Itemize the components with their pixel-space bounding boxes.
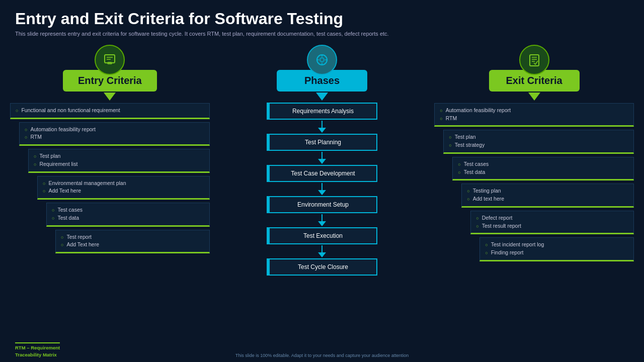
phase-arrow-1 xyxy=(318,159,326,164)
exit-item-3-bullet-0: Testing plan xyxy=(467,187,628,195)
phases-icon-circle xyxy=(307,45,337,75)
phase-arrow-2 xyxy=(318,190,326,195)
exit-item-0-bullet-0: Automation feasibility report xyxy=(440,107,628,115)
exit-arrow xyxy=(528,93,540,101)
entry-item-2-bullet-1: Requirement list xyxy=(34,160,204,168)
exit-icon-circle xyxy=(519,45,549,75)
entry-item-5-bullet-1: Add Text here xyxy=(61,241,204,249)
exit-item-3: Testing plan Add text here xyxy=(461,184,634,208)
phase-arrow-3 xyxy=(318,221,326,226)
exit-item-3-bullet-1: Add text here xyxy=(467,195,628,203)
exit-item-2: Test cases Test data xyxy=(452,157,634,181)
exit-criteria-column: Exit Criteria Automation feasibility rep… xyxy=(434,45,634,277)
page-title: Entry and Exit Criteria for Software Tes… xyxy=(15,9,629,28)
phase-3: Environment Setup xyxy=(267,196,377,213)
exit-item-5-bullet-0: Test incident report log xyxy=(485,241,628,249)
svg-rect-10 xyxy=(530,55,539,66)
entry-item-4-bullet-0: Test cases xyxy=(52,206,204,214)
connector-3 xyxy=(321,214,323,221)
entry-item-1: Automation feasibility report RTM xyxy=(19,122,210,146)
phase-4: Test Execution xyxy=(267,227,377,244)
connector-0 xyxy=(321,121,323,128)
phase-1: Test Planning xyxy=(267,134,377,151)
entry-item-3: Environmental management plan Add Text h… xyxy=(37,176,210,200)
entry-item-3-bullet-0: Environmental management plan xyxy=(43,179,204,188)
exit-item-2-bullet-0: Test cases xyxy=(458,160,628,168)
connector-1 xyxy=(321,152,323,159)
phases-arrow xyxy=(316,93,328,101)
page-subtitle: This slide represents entry and exit cri… xyxy=(15,30,629,38)
svg-rect-0 xyxy=(105,55,115,63)
entry-items-list: Functional and non functional requiremen… xyxy=(10,102,210,255)
exit-item-5: Test incident report log Finding report xyxy=(479,237,634,261)
entry-arrow xyxy=(104,93,116,101)
entry-criteria-column: Entry Criteria Functional and non functi… xyxy=(10,45,210,277)
entry-item-4: Test cases Test data xyxy=(46,203,210,227)
footer-note: RTM – Requirement Traceability Matrix xyxy=(15,342,60,358)
svg-point-5 xyxy=(320,58,324,62)
exit-item-4: Defect report Test result report xyxy=(470,211,634,235)
footer-center: This slide is 100% editable. Adapt it to… xyxy=(235,353,409,358)
entry-item-3-bullet-1: Add Text here xyxy=(43,187,204,195)
exit-item-0: Automation feasibility report RTM xyxy=(434,103,634,127)
exit-item-4-bullet-0: Defect report xyxy=(476,214,628,222)
entry-item-4-bullet-1: Test data xyxy=(52,214,204,222)
exit-item-1-bullet-0: Test plan xyxy=(449,133,628,141)
entry-item-0-bullet-0: Functional and non functional requiremen… xyxy=(16,107,204,115)
connector-2 xyxy=(321,183,323,190)
phase-arrow-0 xyxy=(318,128,326,133)
phase-arrow-4 xyxy=(318,252,326,257)
exit-item-4-bullet-1: Test result report xyxy=(476,222,628,230)
exit-item-2-bullet-1: Test data xyxy=(458,168,628,176)
entry-item-2: Test plan Requirement list xyxy=(28,149,210,173)
phases-list: Requirements Analysis Test Planning Test… xyxy=(267,102,377,277)
connector-4 xyxy=(321,245,323,252)
entry-item-5-bullet-0: Test report xyxy=(61,233,204,241)
phase-2: Test Case Development xyxy=(267,165,377,182)
phase-0: Requirements Analysis xyxy=(267,103,377,120)
phase-5: Test Cycle Closure xyxy=(267,258,377,276)
entry-item-1-bullet-0: Automation feasibility report xyxy=(25,126,204,134)
exit-item-0-bullet-1: RTM xyxy=(440,115,628,123)
exit-item-1-bullet-1: Test strategy xyxy=(449,141,628,149)
entry-item-2-bullet-0: Test plan xyxy=(34,152,204,160)
entry-icon-circle xyxy=(95,45,125,75)
exit-item-5-bullet-1: Finding report xyxy=(485,249,628,257)
entry-item-0: Functional and non functional requiremen… xyxy=(10,103,210,119)
exit-items-list: Automation feasibility report RTM Test p… xyxy=(434,102,634,263)
entry-item-1-bullet-1: RTM xyxy=(25,133,204,141)
phases-column: Phases Requirements Analysis Test Planni… xyxy=(222,45,422,277)
entry-item-5: Test report Add Text here xyxy=(55,230,210,254)
exit-item-1: Test plan Test strategy xyxy=(443,130,634,154)
